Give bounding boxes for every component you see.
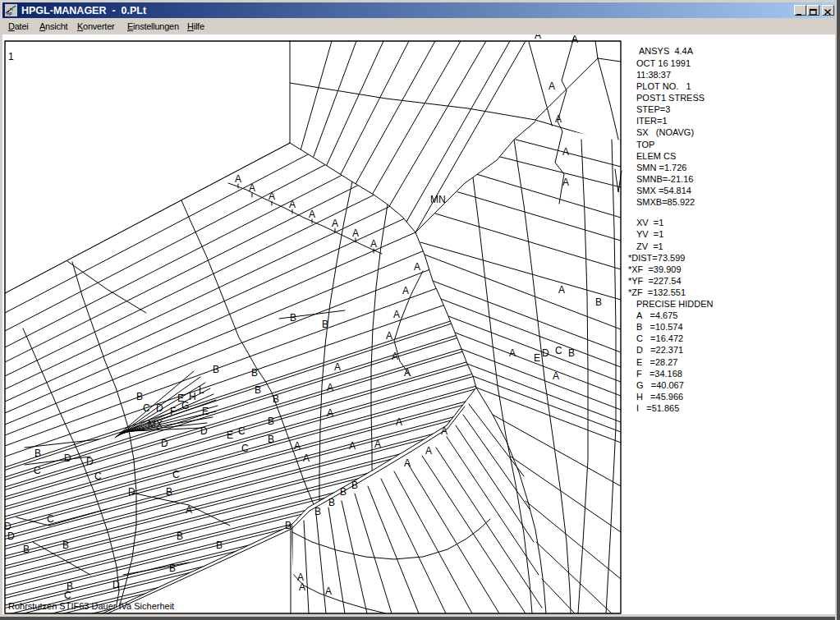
svg-text:C: C bbox=[47, 513, 54, 525]
svg-text:B: B bbox=[351, 480, 358, 491]
svg-text:C: C bbox=[241, 443, 249, 454]
svg-text:B: B bbox=[268, 416, 274, 427]
svg-text:A: A bbox=[404, 457, 411, 469]
svg-text:C: C bbox=[94, 471, 102, 482]
svg-text:A: A bbox=[327, 407, 333, 419]
svg-text:B =10.574: B =10.574 bbox=[636, 322, 683, 332]
svg-text:XV =1: XV =1 bbox=[636, 218, 663, 227]
svg-text:C =16.472: C =16.472 bbox=[636, 333, 683, 343]
svg-text:SMXB=85.922: SMXB=85.922 bbox=[636, 197, 695, 207]
svg-text:PRECISE HIDDEN: PRECISE HIDDEN bbox=[636, 299, 714, 309]
svg-text:A: A bbox=[558, 284, 565, 296]
svg-text:A: A bbox=[352, 227, 359, 239]
svg-text:B: B bbox=[268, 434, 274, 445]
svg-text:B: B bbox=[34, 448, 41, 459]
svg-text:H =45.966: H =45.966 bbox=[636, 392, 683, 402]
svg-text:A: A bbox=[374, 439, 381, 450]
svg-text:B: B bbox=[340, 486, 347, 498]
svg-text:A: A bbox=[249, 182, 255, 194]
svg-text:*XF =39.909: *XF =39.909 bbox=[628, 264, 682, 274]
svg-text:A: A bbox=[404, 367, 411, 379]
svg-text:A: A bbox=[186, 504, 192, 516]
svg-text:ZV =1: ZV =1 bbox=[636, 241, 663, 251]
svg-text:F =34.168: F =34.168 bbox=[636, 369, 682, 379]
svg-text:A: A bbox=[425, 445, 432, 457]
svg-text:ANSYS 4.4A: ANSYS 4.4A bbox=[639, 46, 694, 56]
svg-text:D: D bbox=[200, 425, 208, 437]
svg-text:A: A bbox=[549, 80, 555, 92]
svg-text:I =51.865: I =51.865 bbox=[636, 403, 679, 413]
svg-text:A: A bbox=[509, 347, 516, 359]
svg-text:C: C bbox=[555, 345, 562, 356]
svg-text:D: D bbox=[156, 402, 163, 414]
svg-text:A: A bbox=[396, 416, 402, 428]
svg-text:L: L bbox=[199, 384, 204, 396]
svg-text:HP: HP bbox=[7, 11, 13, 16]
svg-text:B: B bbox=[169, 563, 176, 574]
svg-text:11:38:37: 11:38:37 bbox=[636, 70, 671, 80]
svg-text:A: A bbox=[392, 351, 398, 362]
svg-text:D: D bbox=[86, 456, 94, 467]
svg-text:A: A bbox=[299, 581, 305, 593]
svg-text:A: A bbox=[349, 440, 356, 452]
svg-text:*DIST=73.599: *DIST=73.599 bbox=[628, 253, 685, 263]
svg-text:A: A bbox=[562, 146, 569, 158]
svg-text:A: A bbox=[535, 34, 541, 41]
svg-text:C: C bbox=[34, 465, 41, 476]
svg-text:D: D bbox=[542, 347, 549, 359]
svg-text:A: A bbox=[562, 177, 569, 188]
svg-text:A: A bbox=[414, 261, 420, 273]
svg-text:YV =1: YV =1 bbox=[636, 229, 663, 239]
svg-text:A =4.675: A =4.675 bbox=[636, 310, 677, 320]
svg-text:A: A bbox=[327, 382, 333, 393]
svg-text:B: B bbox=[62, 540, 69, 551]
svg-text:SMNB=-21.16: SMNB=-21.16 bbox=[636, 174, 693, 184]
svg-text:B: B bbox=[568, 347, 575, 359]
svg-text:B: B bbox=[136, 391, 143, 402]
svg-text:B: B bbox=[177, 530, 183, 542]
svg-text:A: A bbox=[235, 173, 241, 185]
svg-text:ELEM CS: ELEM CS bbox=[636, 151, 676, 161]
svg-text:F: F bbox=[170, 406, 176, 417]
svg-text:1: 1 bbox=[8, 51, 14, 62]
svg-text:B: B bbox=[322, 319, 328, 330]
svg-text:A: A bbox=[269, 191, 275, 202]
svg-text:C: C bbox=[238, 425, 246, 437]
svg-text:POST1 STRESS: POST1 STRESS bbox=[636, 93, 705, 103]
svg-text:SX (NOAVG): SX (NOAVG) bbox=[636, 127, 694, 137]
svg-text:A: A bbox=[571, 34, 578, 45]
svg-text:B: B bbox=[166, 486, 172, 498]
svg-text:*YF =227.54: *YF =227.54 bbox=[628, 276, 682, 286]
svg-text:E: E bbox=[202, 406, 209, 417]
svg-text:D: D bbox=[161, 438, 168, 449]
svg-text:B: B bbox=[314, 506, 321, 517]
svg-text:A: A bbox=[393, 309, 400, 320]
svg-text:B: B bbox=[23, 544, 30, 555]
svg-text:A: A bbox=[294, 440, 301, 452]
svg-text:A: A bbox=[402, 285, 409, 296]
svg-text:TOP: TOP bbox=[636, 140, 654, 149]
svg-text:A: A bbox=[303, 452, 310, 464]
svg-text:A: A bbox=[555, 113, 562, 125]
svg-text:B: B bbox=[285, 520, 291, 531]
svg-text:OCT 16 1991: OCT 16 1991 bbox=[636, 58, 691, 68]
svg-text:STEP=3: STEP=3 bbox=[636, 104, 670, 114]
svg-text:E: E bbox=[227, 429, 233, 441]
svg-text:MX: MX bbox=[148, 419, 163, 430]
svg-text:H: H bbox=[189, 391, 196, 402]
svg-text:A: A bbox=[386, 330, 392, 342]
svg-text:C: C bbox=[172, 469, 180, 480]
svg-text:B: B bbox=[328, 497, 335, 508]
svg-text:B: B bbox=[290, 312, 296, 324]
svg-text:C: C bbox=[64, 590, 71, 601]
svg-text:MN: MN bbox=[430, 194, 446, 205]
svg-text:C: C bbox=[143, 402, 150, 414]
svg-text:B: B bbox=[251, 367, 258, 379]
svg-text:A: A bbox=[309, 209, 315, 220]
svg-text:B: B bbox=[595, 296, 602, 308]
svg-text:Rohrstutzen STIF63 Dauer IVa S: Rohrstutzen STIF63 Dauer IVa Sicherheit bbox=[8, 601, 174, 611]
svg-text:D: D bbox=[112, 579, 120, 590]
svg-text:E =28.27: E =28.27 bbox=[636, 357, 677, 367]
svg-text:G: G bbox=[181, 400, 189, 411]
svg-text:A: A bbox=[441, 425, 448, 437]
